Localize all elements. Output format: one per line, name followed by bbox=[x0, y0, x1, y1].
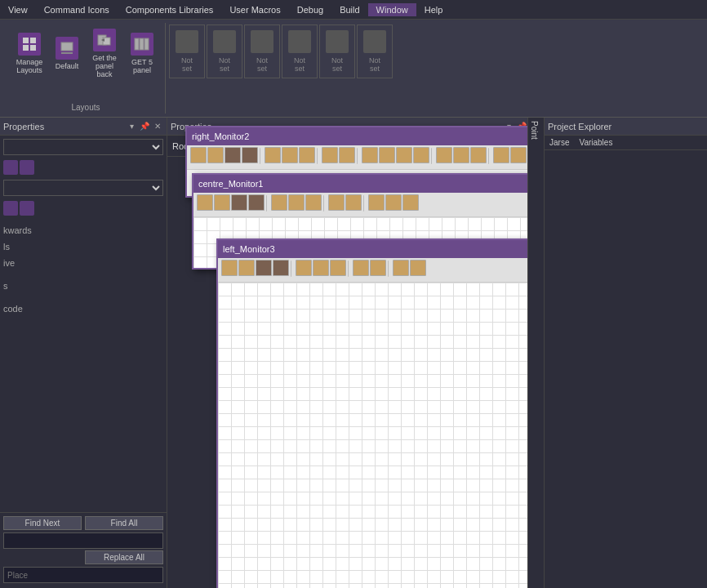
monitor3-tool-1[interactable] bbox=[221, 260, 238, 276]
monitor2-tool-11[interactable] bbox=[379, 147, 395, 163]
sidebar-dropdown-2[interactable] bbox=[3, 180, 163, 196]
monitor1-tool-2[interactable] bbox=[214, 194, 230, 211]
not-set-btn-6[interactable]: Notset bbox=[357, 24, 393, 78]
toolbar-layouts-group: Manage Layouts Default bbox=[7, 23, 166, 114]
monitor2-tool-13[interactable] bbox=[413, 147, 429, 163]
monitor2-tool-7[interactable] bbox=[299, 147, 315, 163]
monitor-icon-2 bbox=[20, 160, 34, 175]
menu-view[interactable]: View bbox=[0, 3, 36, 16]
replace-all-button[interactable]: Replace All bbox=[85, 550, 163, 564]
not-set-btn-2[interactable]: Notset bbox=[207, 24, 242, 78]
menu-debug[interactable]: Debug bbox=[289, 3, 331, 16]
menu-components-libraries[interactable]: Components Libraries bbox=[118, 3, 222, 16]
toolbar: Manage Layouts Default bbox=[0, 20, 707, 118]
monitor2-tool-2[interactable] bbox=[207, 147, 224, 163]
find-input[interactable] bbox=[3, 532, 163, 549]
monitor2-sep-4 bbox=[431, 148, 434, 164]
not-set-btn-1[interactable]: Not set bbox=[169, 24, 205, 78]
menu-command-icons[interactable]: Command Icons bbox=[36, 3, 118, 16]
left-monitor3-window: left_Monitor3 ✕ bbox=[216, 238, 544, 588]
right-monitor2-titlebar: right_Monitor2 ✕ bbox=[187, 127, 544, 145]
manage-layouts-button[interactable]: Manage Layouts bbox=[11, 24, 47, 82]
find-all-button[interactable]: Find All bbox=[85, 516, 163, 530]
monitor3-tool-11[interactable] bbox=[410, 260, 426, 276]
monitor3-tool-3[interactable] bbox=[256, 260, 272, 276]
monitor3-tool-6[interactable] bbox=[313, 260, 329, 276]
monitor2-tool-17[interactable] bbox=[493, 147, 509, 163]
monitor1-tool-3[interactable] bbox=[231, 194, 247, 211]
monitor1-tool-10[interactable] bbox=[368, 194, 385, 211]
monitor1-tool-8[interactable] bbox=[328, 194, 345, 211]
manage-layouts-icon bbox=[18, 33, 41, 56]
get5-panel-button[interactable]: GET 5 panel bbox=[124, 24, 160, 82]
monitor2-tool-6[interactable] bbox=[282, 147, 298, 163]
svg-rect-4 bbox=[61, 42, 73, 51]
find-buttons-row: Find Next Find All bbox=[3, 516, 163, 530]
properties-title: Properties bbox=[3, 122, 124, 131]
monitor1-tool-7[interactable] bbox=[305, 194, 322, 211]
right-monitor2-toolbar bbox=[187, 145, 544, 170]
monitor1-tool-1[interactable] bbox=[197, 194, 213, 211]
svg-rect-10 bbox=[145, 38, 149, 50]
monitor1-tool-12[interactable] bbox=[402, 194, 419, 211]
monitor2-tool-12[interactable] bbox=[396, 147, 412, 163]
left-monitor3-titlebar: left_Monitor3 ✕ bbox=[218, 240, 544, 258]
monitor2-tool-8[interactable] bbox=[322, 147, 338, 163]
not-set-icon-6 bbox=[363, 30, 386, 53]
monitor1-sep-3 bbox=[363, 195, 367, 212]
layouts-label: Layouts bbox=[71, 101, 100, 112]
left-monitor3-grid[interactable] bbox=[218, 283, 544, 588]
not-set-icon-3 bbox=[251, 30, 273, 53]
replace-buttons-row: Replace Replace All bbox=[3, 550, 163, 564]
properties-pin-btn[interactable]: 📌 bbox=[139, 121, 150, 132]
monitor3-sep-2 bbox=[348, 261, 351, 277]
centre-monitor1-titlebar: centre_Monitor1 ✕ bbox=[193, 175, 544, 193]
monitor3-tool-9[interactable] bbox=[370, 260, 386, 276]
menu-help[interactable]: Help bbox=[416, 3, 451, 16]
monitor2-tool-15[interactable] bbox=[453, 147, 469, 163]
default-button[interactable]: Default bbox=[49, 24, 85, 82]
monitor2-sep-2 bbox=[317, 148, 320, 164]
monitor2-tool-16[interactable] bbox=[470, 147, 487, 163]
monitor1-tool-4[interactable] bbox=[248, 194, 265, 211]
svg-rect-5 bbox=[61, 52, 73, 54]
left-monitor3-title: left_Monitor3 bbox=[223, 244, 544, 254]
monitor2-tool-9[interactable] bbox=[339, 147, 355, 163]
properties-close-btn[interactable]: ✕ bbox=[152, 121, 163, 132]
monitor1-tool-9[interactable] bbox=[345, 194, 362, 211]
not-set-btn-3[interactable]: Notset bbox=[244, 24, 280, 78]
monitor3-tool-2[interactable] bbox=[238, 260, 255, 276]
menu-window[interactable]: Window bbox=[368, 3, 416, 16]
not-set-btn-4[interactable]: Notset bbox=[282, 24, 318, 78]
menu-build[interactable]: Build bbox=[331, 3, 367, 16]
monitor2-tool-3[interactable] bbox=[225, 147, 241, 163]
monitor3-tool-7[interactable] bbox=[330, 260, 346, 276]
monitor2-tool-1[interactable] bbox=[190, 147, 207, 163]
monitor2-tool-14[interactable] bbox=[436, 147, 452, 163]
monitor2-tool-4[interactable] bbox=[242, 147, 258, 163]
sidebar-section-ls: ls bbox=[0, 237, 167, 253]
monitor3-tool-5[interactable] bbox=[296, 260, 312, 276]
not-set-btn-5[interactable]: Notset bbox=[319, 24, 355, 78]
monitor3-sep-3 bbox=[388, 261, 391, 277]
find-next-button[interactable]: Find Next bbox=[3, 516, 82, 530]
jarse-tab[interactable]: Jarse bbox=[546, 137, 572, 148]
monitor1-tool-6[interactable] bbox=[288, 194, 305, 211]
monitor1-tool-5[interactable] bbox=[271, 194, 287, 211]
svg-rect-8 bbox=[135, 38, 139, 50]
monitor2-tool-5[interactable] bbox=[265, 147, 281, 163]
menu-user-macros[interactable]: User Macros bbox=[221, 3, 288, 16]
monitor1-tool-11[interactable] bbox=[385, 194, 402, 211]
monitor3-tool-8[interactable] bbox=[353, 260, 369, 276]
monitor3-tool-10[interactable] bbox=[393, 260, 409, 276]
svg-rect-1 bbox=[30, 38, 36, 43]
monitor3-tool-4[interactable] bbox=[273, 260, 289, 276]
monitor2-tool-10[interactable] bbox=[362, 147, 378, 163]
monitor2-sep-1 bbox=[260, 148, 263, 164]
sidebar-dropdown-1[interactable] bbox=[3, 139, 163, 155]
properties-dropdown-btn[interactable]: ▾ bbox=[126, 121, 137, 132]
get-panel-back-button[interactable]: Get the panel back bbox=[87, 24, 122, 82]
variables-tab[interactable]: Variables bbox=[576, 137, 616, 148]
monitor2-tool-18[interactable] bbox=[510, 147, 527, 163]
replace-input[interactable] bbox=[3, 567, 163, 583]
